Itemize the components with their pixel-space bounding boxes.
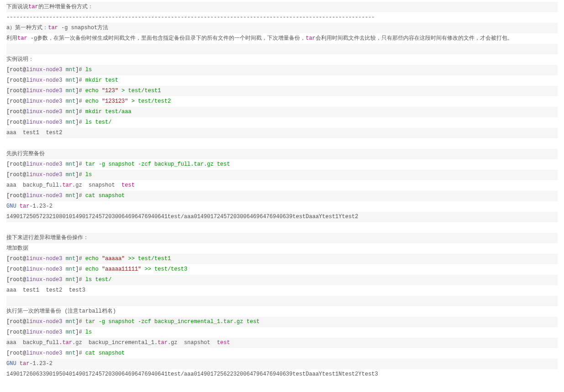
- sec4-output-ls: aaa backup_full.tar.gz backup_incrementa…: [6, 338, 558, 348]
- sec1-cmd-ls: [root@linux-node3 mnt]# ls: [6, 65, 558, 75]
- sec4-cmd-ls: [root@linux-node3 mnt]# ls: [6, 327, 558, 338]
- blank: [6, 296, 558, 306]
- sec4-snapshot: 1490172606339019504014901724572030064696…: [6, 369, 558, 380]
- sec3-header-2: 增加数据: [6, 243, 558, 254]
- sec2-header: 先执行完整备份: [6, 149, 558, 159]
- sec1-output: aaa test1 test2: [6, 128, 558, 138]
- intro-line-1: 下面说说tar的三种增量备份方式：: [6, 2, 558, 12]
- sec3-output: aaa test1 test2 test3: [6, 285, 558, 296]
- blank: [6, 138, 558, 149]
- sec2-cmd-tar: [root@linux-node3 mnt]# tar -g snapshot …: [6, 159, 558, 170]
- sec3-header-1: 接下来进行差异和增量备份操作：: [6, 233, 558, 243]
- intro-rule: ----------------------------------------…: [6, 12, 558, 23]
- intro-line-3: 利用tar -g参数，在第一次备份时候生成时间戳文件，里面包含指定备份目录下的所…: [6, 33, 558, 44]
- sec4-cmd-cat: [root@linux-node3 mnt]# cat snapshot: [6, 348, 558, 359]
- sec1-cmd-mkdir: [root@linux-node3 mnt]# mkdir test: [6, 75, 558, 86]
- sec3-cmd-echo2: [root@linux-node3 mnt]# echo "aaaaa11111…: [6, 264, 558, 275]
- sec2-cmd-ls: [root@linux-node3 mnt]# ls: [6, 170, 558, 180]
- sec1-cmd-mkdir2: [root@linux-node3 mnt]# mkdir test/aaa: [6, 107, 558, 117]
- sec4-gnu: GNU tar-1.23-2: [6, 359, 558, 369]
- sec1-cmd-echo2: [root@linux-node3 mnt]# echo "123123" > …: [6, 96, 558, 107]
- intro-line-2: a）第一种方式：tar -g snapshot方法: [6, 23, 558, 33]
- sec2-output-ls: aaa backup_full.tar.gz snapshot test: [6, 180, 558, 191]
- sec1-cmd-ls2: [root@linux-node3 mnt]# ls test/: [6, 117, 558, 128]
- blank: [6, 44, 558, 54]
- sec3-cmd-ls: [root@linux-node3 mnt]# ls test/: [6, 275, 558, 285]
- sec4-cmd-tar: [root@linux-node3 mnt]# tar -g snapshot …: [6, 317, 558, 327]
- sec1-cmd-echo1: [root@linux-node3 mnt]# echo "123" > tes…: [6, 86, 558, 96]
- sec2-gnu: GNU tar-1.23-2: [6, 201, 558, 212]
- blank: [6, 222, 558, 233]
- code-block: 下面说说tar的三种增量备份方式： ----------------------…: [6, 2, 558, 380]
- sec3-cmd-echo1: [root@linux-node3 mnt]# echo "aaaaa" >> …: [6, 254, 558, 264]
- sec2-cmd-cat: [root@linux-node3 mnt]# cat snapshot: [6, 191, 558, 201]
- sec1-header: 实例说明：: [6, 54, 558, 65]
- sec4-header: 执行第一次的增量备份 (注意tarball档名): [6, 306, 558, 317]
- sec2-snapshot: 1490172505723210801014901724572030064696…: [6, 212, 558, 222]
